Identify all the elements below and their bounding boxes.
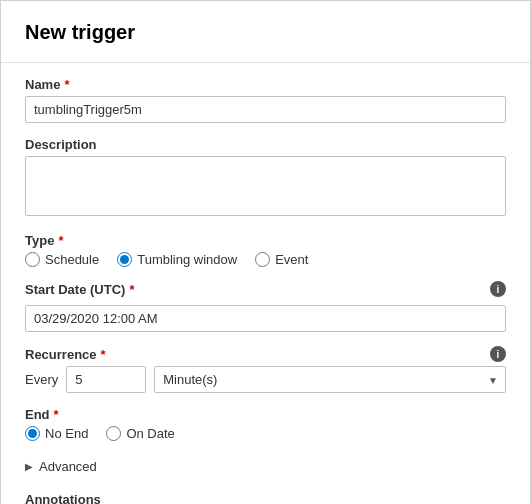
name-input[interactable] [25,96,506,123]
start-date-required: * [129,282,134,297]
recurrence-row: Every Minute(s) Hour(s) Day(s) ▼ [25,366,506,393]
start-date-field-group: Start Date (UTC)* i [25,281,506,332]
type-tumbling-radio[interactable] [117,252,132,267]
advanced-chevron-icon: ▶ [25,461,33,472]
new-trigger-dialog: New trigger Name* Description Type* Sche… [0,0,531,504]
type-tumbling-label: Tumbling window [137,252,237,267]
type-tumbling-option[interactable]: Tumbling window [117,252,237,267]
recurrence-label: Recurrence* [25,347,106,362]
end-no-end-label: No End [45,426,88,441]
end-no-end-option[interactable]: No End [25,426,88,441]
type-event-label: Event [275,252,308,267]
type-schedule-radio[interactable] [25,252,40,267]
type-schedule-label: Schedule [45,252,99,267]
recurrence-field-group: Recurrence* i Every Minute(s) Hour(s) Da… [25,346,506,393]
dialog-title: New trigger [25,21,506,44]
title-divider [1,62,530,63]
recurrence-unit-select[interactable]: Minute(s) Hour(s) Day(s) [154,366,506,393]
every-label: Every [25,372,58,387]
end-on-date-label: On Date [126,426,174,441]
type-required: * [58,233,63,248]
start-date-info-icon[interactable]: i [490,281,506,297]
advanced-toggle[interactable]: ▶ Advanced [25,455,506,478]
recurrence-unit-wrapper: Minute(s) Hour(s) Day(s) ▼ [154,366,506,393]
type-schedule-option[interactable]: Schedule [25,252,99,267]
end-label: End* [25,407,506,422]
recurrence-info-icon[interactable]: i [490,346,506,362]
start-date-label: Start Date (UTC)* [25,282,134,297]
end-radio-group: No End On Date [25,426,506,441]
advanced-section: ▶ Advanced [25,455,506,478]
name-field-group: Name* [25,77,506,123]
end-no-end-radio[interactable] [25,426,40,441]
start-date-input[interactable] [25,305,506,332]
description-label: Description [25,137,506,152]
end-on-date-radio[interactable] [106,426,121,441]
annotations-label: Annotations [25,492,506,504]
recurrence-value-input[interactable] [66,366,146,393]
recurrence-header: Recurrence* i [25,346,506,362]
end-required: * [54,407,59,422]
name-required: * [64,77,69,92]
start-date-header: Start Date (UTC)* i [25,281,506,297]
name-label: Name* [25,77,506,92]
annotations-section: Annotations + New [25,492,506,504]
type-event-radio[interactable] [255,252,270,267]
type-field-group: Type* Schedule Tumbling window Event [25,233,506,267]
description-input[interactable] [25,156,506,216]
type-radio-group: Schedule Tumbling window Event [25,252,506,267]
type-event-option[interactable]: Event [255,252,308,267]
advanced-label: Advanced [39,459,97,474]
recurrence-required: * [101,347,106,362]
type-label: Type* [25,233,506,248]
end-field-group: End* No End On Date [25,407,506,441]
description-field-group: Description [25,137,506,219]
end-on-date-option[interactable]: On Date [106,426,174,441]
